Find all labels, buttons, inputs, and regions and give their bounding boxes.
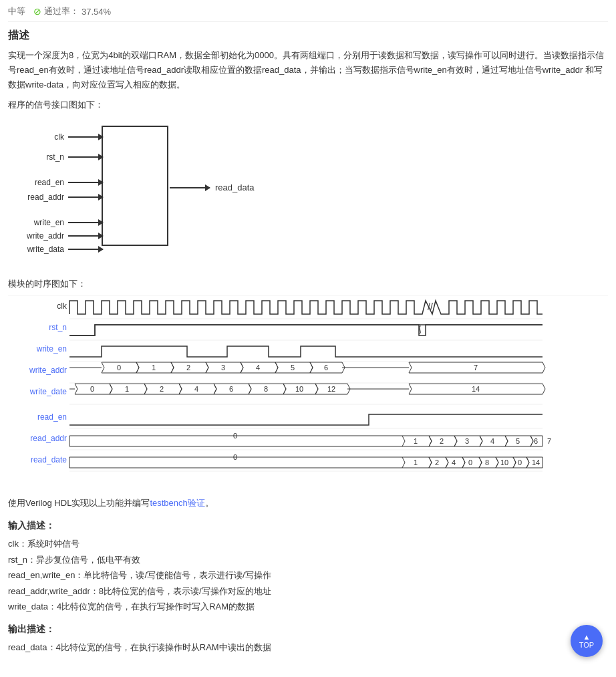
svg-text:6: 6 (534, 437, 538, 445)
svg-text:1: 1 (152, 364, 156, 372)
svg-text:4: 4 (452, 458, 456, 466)
svg-text:7: 7 (474, 364, 478, 372)
timing-name-rst-n: rst_n (49, 323, 67, 332)
sig-write-en: write_en (8, 218, 68, 227)
svg-text:10: 10 (295, 385, 303, 393)
pass-rate-label: 通过率： (44, 5, 79, 17)
input-item-data: write_data：4比特位宽的信号，在执行写操作时写入RAM的数据 (8, 599, 608, 614)
sig-write-data: write_data (8, 245, 68, 254)
top-bar: 中等 ⊘ 通过率： 37.54% (8, 5, 608, 22)
svg-text:5: 5 (516, 437, 520, 445)
svg-text:14: 14 (472, 385, 480, 393)
svg-text:12: 12 (327, 385, 335, 393)
svg-text:2: 2 (160, 385, 164, 393)
sig-read-en: read_en (8, 178, 68, 187)
pass-rate-value: 37.54% (82, 7, 111, 17)
timing-label: 模块的时序图如下： (8, 278, 608, 290)
sig-rst-n: rst_n (8, 152, 68, 162)
input-item-en: read_en,write_en：单比特信号，读/写使能信号，表示进行读/写操作 (8, 567, 608, 583)
svg-text:2: 2 (440, 437, 444, 445)
sig-clk: clk (8, 132, 68, 142)
svg-text:0: 0 (233, 432, 237, 440)
svg-text:4: 4 (194, 385, 198, 393)
svg-text:6: 6 (324, 364, 328, 372)
svg-text:0: 0 (468, 458, 472, 466)
svg-text:1: 1 (125, 385, 129, 393)
svg-text://: // (428, 301, 433, 312)
description-title: 描述 (8, 29, 608, 43)
bottom-text-suffix: 。 (205, 498, 214, 508)
timing-name-write-date: write_date (29, 387, 67, 396)
timing-name-write-en: write_en (36, 344, 67, 354)
block-box (102, 126, 168, 246)
testbench-link[interactable]: testbench验证 (150, 498, 204, 508)
timing-svg: clk rst_n write_en write_addr write_date… (8, 295, 608, 489)
svg-text:∫: ∫ (418, 325, 422, 335)
svg-text:8: 8 (485, 458, 489, 466)
pass-rate: ⊘ 通过率： 37.54% (33, 5, 111, 17)
bottom-text-prefix: 使用Verilog HDL实现以上功能并编写 (8, 498, 150, 508)
fab-button[interactable]: ▲TOP (571, 625, 603, 657)
svg-text:0: 0 (233, 453, 237, 461)
output-read-data: read_data (215, 182, 255, 192)
bottom-text: 使用Verilog HDL实现以上功能并编写testbench验证。 (8, 497, 608, 509)
svg-text:0: 0 (117, 364, 121, 372)
svg-text:0: 0 (90, 385, 94, 393)
svg-text:1: 1 (414, 458, 418, 466)
svg-text:7: 7 (547, 437, 551, 445)
svg-text:4: 4 (256, 364, 260, 372)
block-diagram: clk rst_n read_en read_addr write_en wri… (8, 119, 608, 266)
sig-read-addr: read_addr (8, 192, 68, 202)
svg-text:10: 10 (500, 458, 508, 466)
svg-text:0: 0 (518, 458, 522, 466)
input-item-addr: read_addr,write_addr：8比特位宽的信号，表示读/写操作对应的… (8, 583, 608, 599)
timing-name-clk: clk (57, 301, 67, 311)
timing-diagram: clk rst_n write_en write_addr write_date… (8, 295, 608, 489)
input-item-rst: rst_n：异步复位信号，低电平有效 (8, 552, 608, 567)
description-text1: 实现一个深度为8，位宽为4bit的双端口RAM，数据全部初始化为0000。具有两… (8, 48, 608, 92)
input-section-title: 输入描述： (8, 520, 608, 532)
svg-text:6: 6 (229, 385, 233, 393)
fab-label: ▲TOP (579, 633, 594, 649)
svg-text:8: 8 (264, 385, 268, 393)
output-section-title: 输出描述： (8, 624, 608, 636)
timing-name-write-addr: write_addr (29, 366, 67, 375)
svg-text:1: 1 (414, 437, 418, 445)
svg-text:2: 2 (435, 458, 439, 466)
svg-text:14: 14 (532, 458, 540, 466)
sig-write-addr: write_addr (8, 231, 68, 241)
timing-name-read-date: read_date (31, 455, 67, 464)
svg-text:5: 5 (291, 364, 295, 372)
timing-name-read-en: read_en (37, 412, 67, 422)
check-icon: ⊘ (33, 6, 41, 17)
description-text2: 程序的信号接口图如下： (8, 98, 608, 112)
timing-name-read-addr: read_addr (30, 434, 67, 443)
svg-text:3: 3 (221, 364, 225, 372)
svg-text:3: 3 (465, 437, 469, 445)
level-badge: 中等 (8, 5, 25, 17)
input-item-clk: clk：系统时钟信号 (8, 536, 608, 551)
svg-text:2: 2 (186, 364, 190, 372)
output-item-read-data: read_data：4比特位宽的信号，在执行读操作时从RAM中读出的数据 (8, 640, 608, 655)
svg-text:4: 4 (490, 437, 494, 445)
